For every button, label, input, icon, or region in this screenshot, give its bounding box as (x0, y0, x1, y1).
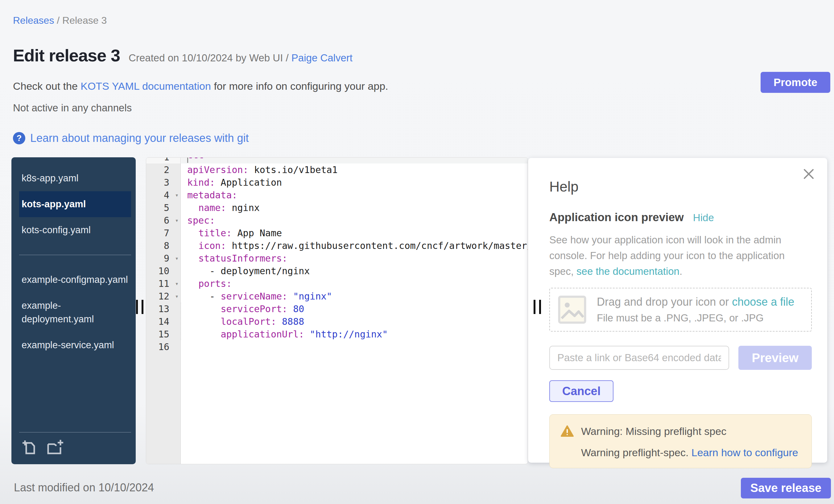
code-line[interactable]: applicationUrl: "http://nginx" (181, 328, 528, 341)
doc-hint: Check out the KOTS YAML documentation fo… (13, 80, 821, 92)
close-icon[interactable] (802, 167, 815, 182)
see-documentation-link[interactable]: see the documentation (576, 266, 679, 277)
code-line[interactable]: icon: https://raw.githubusercontent.com/… (181, 239, 528, 252)
fold-arrow-icon[interactable]: ▾ (175, 290, 179, 303)
help-description: See how your application icon will look … (549, 232, 799, 279)
add-file-button[interactable] (22, 439, 38, 456)
code-line[interactable]: title: App Name (181, 227, 528, 239)
file-list: k8s-app.yamlkots-app.yamlkots-config.yam… (12, 165, 136, 358)
add-folder-button[interactable] (46, 439, 65, 456)
warning-title: Warning: Missing preflight spec (581, 425, 726, 437)
doc-hint-pre: Check out the (13, 80, 81, 92)
resize-handle[interactable] (533, 300, 541, 314)
fold-arrow-icon[interactable]: ▾ (175, 214, 179, 227)
breadcrumb-separator: / (57, 15, 62, 26)
gutter-line-number: 16 (146, 341, 180, 353)
created-text: Created on 10/10/2024 by Web UI / (129, 52, 289, 64)
drop-zone-subtext: File must be a .PNG, .JPEG, or .JPG (597, 312, 794, 324)
gutter-line-number: 3 (146, 176, 180, 189)
hide-link[interactable]: Hide (693, 212, 714, 224)
file-item-kots-app.yaml[interactable]: kots-app.yaml (19, 191, 131, 217)
code-line[interactable]: servicePort: 80 (181, 303, 528, 315)
code-line[interactable]: kind: Application (181, 176, 528, 189)
gutter-line-number: 11▾ (146, 277, 180, 290)
created-by-link[interactable]: Paige Calvert (291, 52, 353, 64)
question-circle-icon[interactable]: ? (13, 132, 25, 144)
warning-box: Warning: Missing preflight spec Warning … (549, 414, 812, 468)
gutter-line-number: 2 (146, 163, 180, 176)
icon-url-input[interactable] (549, 346, 729, 370)
code-line[interactable]: - serviceName: "nginx" (181, 290, 528, 303)
warning-triangle-icon (561, 425, 574, 437)
file-item-example-configmap.yaml[interactable]: example-configmap.yaml (19, 267, 131, 293)
icon-drop-zone[interactable]: Drag and drop your icon or choose a file… (549, 288, 812, 332)
promote-button[interactable]: Promote (761, 72, 830, 93)
gutter-line-number: 15 (146, 328, 180, 341)
preview-button[interactable]: Preview (739, 346, 812, 370)
breadcrumb: Releases / Release 3 (13, 15, 821, 26)
add-file-icon (22, 439, 38, 455)
kots-yaml-doc-link[interactable]: KOTS YAML documentation (81, 80, 211, 92)
divider (19, 255, 131, 255)
yaml-editor[interactable]: 1234▾56▾789▾1011▾12▾13141516 ---apiVersi… (146, 157, 528, 464)
fold-arrow-icon[interactable]: ▾ (175, 252, 179, 265)
help-title: Help (549, 178, 812, 195)
gutter-line-number: 9▾ (146, 252, 180, 265)
gutter-line-number: 10 (146, 265, 180, 277)
learn-configure-link[interactable]: Learn how to configure (692, 447, 798, 458)
divider (19, 432, 131, 433)
breadcrumb-releases-link[interactable]: Releases (13, 15, 54, 26)
add-folder-icon (46, 439, 65, 455)
code-line[interactable]: metadata: (181, 189, 528, 201)
code-line[interactable]: spec: (181, 214, 528, 227)
gutter-line-number: 1 (146, 158, 180, 163)
file-item-example-service.yaml[interactable]: example-service.yaml (19, 332, 131, 358)
code-line[interactable]: ports: (181, 277, 528, 290)
fold-arrow-icon[interactable]: ▾ (175, 189, 179, 201)
editor-gutter: 1234▾56▾789▾1011▾12▾13141516 (146, 158, 181, 464)
breadcrumb-current: Release 3 (62, 15, 107, 26)
choose-file-link[interactable]: choose a file (732, 295, 794, 308)
gutter-line-number: 4▾ (146, 189, 180, 201)
code-line[interactable]: apiVersion: kots.io/v1beta1 (181, 163, 528, 176)
gutter-line-number: 13 (146, 303, 180, 315)
gutter-line-number: 12▾ (146, 290, 180, 303)
indent-guide (180, 303, 181, 340)
page-header: Releases / Release 3 Edit release 3 Crea… (0, 0, 834, 145)
image-placeholder-icon (558, 295, 586, 324)
code-line[interactable]: - deployment/nginx (181, 265, 528, 277)
save-release-button[interactable]: Save release (741, 478, 831, 499)
code-line[interactable]: localPort: 8888 (181, 315, 528, 328)
fold-arrow-icon[interactable]: ▾ (175, 277, 179, 290)
warning-detail-text: Warning preflight-spec. (581, 447, 692, 458)
code-line[interactable]: --- (181, 158, 528, 163)
editor-code[interactable]: ---apiVersion: kots.io/v1beta1kind: Appl… (181, 158, 528, 464)
gutter-line-number: 7 (146, 227, 180, 239)
gutter-line-number: 14 (146, 315, 180, 328)
warning-detail: Warning preflight-spec. Learn how to con… (561, 447, 800, 459)
channel-status: Not active in any channels (13, 102, 821, 114)
icon-preview-title: Application icon preview (549, 211, 684, 224)
file-item-k8s-app.yaml[interactable]: k8s-app.yaml (19, 165, 131, 191)
doc-hint-post: for more info on configuring your app. (211, 80, 388, 92)
code-line[interactable]: statusInformers: (181, 252, 528, 265)
page-title: Edit release 3 (13, 45, 120, 65)
code-line[interactable] (181, 341, 528, 353)
created-info: Created on 10/10/2024 by Web UI / Paige … (129, 52, 353, 64)
file-sidebar: k8s-app.yamlkots-app.yamlkots-config.yam… (12, 157, 136, 464)
last-modified: Last modified on 10/10/2024 (14, 481, 154, 494)
gutter-line-number: 6▾ (146, 214, 180, 227)
cancel-button[interactable]: Cancel (549, 380, 613, 402)
help-description-period: . (679, 266, 682, 277)
help-panel: Help Application icon preview Hide See h… (528, 158, 827, 463)
git-releases-link[interactable]: Learn about managing your releases with … (30, 132, 248, 145)
gutter-line-number: 8 (146, 239, 180, 252)
gutter-line-number: 5 (146, 201, 180, 214)
drop-zone-text: Drag and drop your icon or (597, 295, 732, 308)
workspace: k8s-app.yamlkots-app.yamlkots-config.yam… (12, 157, 827, 464)
file-item-kots-config.yaml[interactable]: kots-config.yaml (19, 217, 131, 243)
file-item-example-deployment.yaml[interactable]: example-deployment.yaml (19, 293, 131, 332)
resize-handle[interactable] (136, 300, 144, 314)
code-line[interactable]: name: nginx (181, 201, 528, 214)
